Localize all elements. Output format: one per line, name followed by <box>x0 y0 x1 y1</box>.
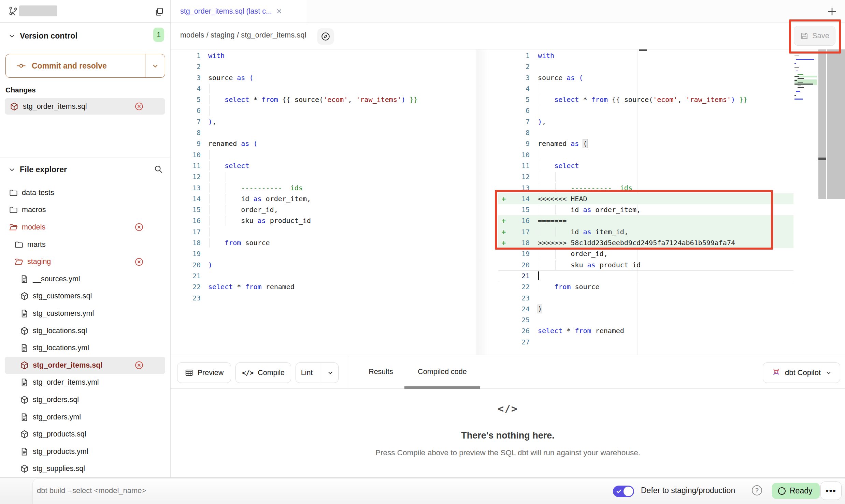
file-row-marts[interactable]: marts <box>5 236 165 253</box>
more-options-button[interactable]: ••• <box>820 481 842 500</box>
code-line[interactable]: 19 <box>171 248 467 259</box>
code-line[interactable]: 15 id as order_item, <box>498 204 793 215</box>
code-line[interactable]: 7), <box>498 116 793 127</box>
command-input[interactable]: dbt build --select <model_name> <box>37 486 146 495</box>
code-line[interactable]: 21 <box>171 270 467 281</box>
file-row-stg-order-items-yml[interactable]: stg_order_items.yml <box>5 374 165 391</box>
code-line[interactable]: +14<<<<<<< HEAD <box>498 193 793 204</box>
code-line[interactable]: 14 id as order_item, <box>171 193 467 204</box>
code-line[interactable]: 3source as ( <box>498 72 793 83</box>
code-line[interactable]: 17 <box>171 226 467 237</box>
discard-change-icon[interactable] <box>134 223 144 232</box>
code-line[interactable]: 4 <box>498 83 793 94</box>
code-line[interactable]: 9renamed as ( <box>498 138 793 149</box>
lint-dropdown[interactable] <box>322 363 338 383</box>
file-row-stg-orders-sql[interactable]: stg_orders.sql <box>5 391 165 409</box>
tab-stg-order-items[interactable]: stg_order_items.sql (last c... <box>171 0 307 23</box>
code-line[interactable]: 8 <box>171 127 467 138</box>
file-row-stg-customers-sql[interactable]: stg_customers.sql <box>5 288 165 305</box>
file-row-stg-order-items-sql[interactable]: stg_order_items.sql <box>5 357 165 374</box>
code-line[interactable]: 8 <box>498 127 793 138</box>
code-line[interactable]: 15 order_id, <box>171 204 467 215</box>
code-line[interactable]: 5 select * from {{ source('ecom', 'raw_i… <box>171 94 467 105</box>
code-line[interactable]: +17 id as item_id, <box>498 226 793 237</box>
code-line[interactable]: 12 <box>498 171 793 182</box>
file-row-models[interactable]: models <box>5 219 165 236</box>
file-row-staging[interactable]: staging <box>5 253 165 270</box>
code-line[interactable]: 3source as ( <box>171 72 467 83</box>
lineage-compass-icon[interactable] <box>317 28 334 45</box>
changed-file-row[interactable]: stg_order_items.sql <box>5 98 165 115</box>
code-line[interactable]: 23 <box>171 293 467 303</box>
version-control-header[interactable]: Version control 1 <box>0 29 170 43</box>
code-line[interactable]: 2 <box>498 61 793 72</box>
file-row--sources-yml[interactable]: __sources.yml <box>5 270 165 288</box>
code-line[interactable]: 1with <box>498 50 793 61</box>
code-line[interactable]: 11 select <box>498 160 793 171</box>
code-line[interactable]: 5 select * from {{ source('ecom', 'raw_i… <box>498 94 793 105</box>
code-line[interactable]: 26select * from renamed <box>498 325 793 336</box>
file-row-stg-locations-sql[interactable]: stg_locations.sql <box>5 322 165 340</box>
code-line[interactable]: 10 <box>498 149 793 160</box>
code-line[interactable]: 12 <box>171 171 467 182</box>
code-line[interactable]: 22select * from renamed <box>171 281 467 292</box>
code-line[interactable]: 27 <box>498 337 793 347</box>
tab-results[interactable]: Results <box>362 355 400 389</box>
minimap[interactable] <box>794 51 817 102</box>
code-line[interactable]: 6 <box>498 105 793 116</box>
code-line[interactable]: +16======= <box>498 215 793 226</box>
file-row-stg-products-yml[interactable]: stg_products.yml <box>5 443 165 460</box>
file-row-stg-orders-yml[interactable]: stg_orders.yml <box>5 409 165 426</box>
code-line[interactable]: 21 <box>498 270 793 281</box>
discard-change-icon[interactable] <box>134 102 144 111</box>
file-row-stg-products-sql[interactable]: stg_products.sql <box>5 426 165 443</box>
search-icon[interactable] <box>154 164 163 174</box>
code-line[interactable]: 23 <box>498 293 793 303</box>
new-tab-icon[interactable] <box>826 5 838 18</box>
code-line[interactable]: 19 order_id, <box>498 248 793 259</box>
help-icon[interactable]: ? <box>752 485 762 495</box>
code-line[interactable]: 18 from source <box>171 237 467 248</box>
lint-button[interactable]: Lint <box>296 362 339 383</box>
file-row-macros[interactable]: macros <box>5 202 165 219</box>
copy-icon[interactable] <box>154 7 164 16</box>
file-row-stg-supplies-sql[interactable]: stg_supplies.sql <box>5 460 165 478</box>
code-line[interactable]: 25 <box>498 314 793 325</box>
editor-scrollbar[interactable] <box>827 49 845 199</box>
save-button[interactable]: Save <box>794 26 835 46</box>
file-row-stg-customers-yml[interactable]: stg_customers.yml <box>5 305 165 322</box>
close-icon[interactable] <box>275 8 283 15</box>
diff-overview-ruler[interactable] <box>818 49 826 199</box>
expand-panel-icon[interactable] <box>8 10 17 18</box>
discard-change-icon[interactable] <box>134 257 144 266</box>
code-pane-original[interactable]: 1with23source as (45 select * from {{ so… <box>171 50 467 303</box>
code-line[interactable]: 4 <box>171 83 467 94</box>
discard-change-icon[interactable] <box>134 361 144 370</box>
file-row-stg-locations-yml[interactable]: stg_locations.yml <box>5 339 165 357</box>
code-line[interactable]: 20 sku as product_id <box>498 260 793 270</box>
commit-and-resolve-button[interactable]: Commit and resolve <box>5 54 165 78</box>
code-line[interactable]: 2 <box>171 61 467 72</box>
tab-compiled-code[interactable]: Compiled code <box>404 355 480 389</box>
code-line[interactable]: 1with <box>171 50 467 61</box>
code-line[interactable]: 6 <box>171 105 467 116</box>
code-line[interactable]: 20) <box>171 260 467 270</box>
code-pane-modified[interactable]: 1with23source as (45 select * from {{ so… <box>498 50 793 347</box>
file-row-data-tests[interactable]: data-tests <box>5 184 165 202</box>
file-explorer-header[interactable]: File explorer <box>0 162 170 177</box>
branch-name-placeholder[interactable] <box>19 5 57 16</box>
code-line[interactable]: 16 sku as product_id <box>171 215 467 226</box>
code-line[interactable]: 11 select <box>171 160 467 171</box>
code-line[interactable]: 7), <box>171 116 467 127</box>
commit-options-dropdown[interactable] <box>145 54 165 77</box>
defer-toggle[interactable] <box>613 486 634 497</box>
compile-button[interactable]: </> Compile <box>235 362 291 383</box>
dbt-copilot-button[interactable]: dbt Copilot <box>763 362 840 383</box>
preview-button[interactable]: Preview <box>177 362 231 383</box>
code-line[interactable]: 13 ---------- ids <box>498 182 793 193</box>
code-line[interactable]: 13 ---------- ids <box>171 182 467 193</box>
code-line[interactable]: 24) <box>498 303 793 314</box>
code-line[interactable]: 10 <box>171 149 467 160</box>
code-line[interactable]: +18>>>>>>> 58c1dd23d5eebd9cd2495fa7124ab… <box>498 237 793 248</box>
code-line[interactable]: 22 from source <box>498 281 793 292</box>
